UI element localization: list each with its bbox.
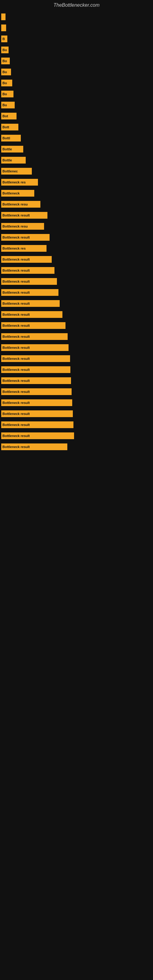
result-bar: Bottleneck result bbox=[1, 212, 48, 219]
result-bar: Bo bbox=[1, 80, 12, 86]
bar-row: Bottleneck result bbox=[0, 377, 153, 384]
result-bar: Bott bbox=[1, 124, 18, 130]
result-bar bbox=[1, 24, 6, 31]
bar-row: Bottleneck result bbox=[0, 344, 153, 351]
result-bar: Bottleneck result bbox=[1, 289, 59, 296]
bar-row: Bo bbox=[0, 80, 153, 86]
result-bar: Bo bbox=[1, 46, 9, 53]
result-bar: Bottleneck result bbox=[1, 234, 49, 241]
bar-row: Bottl bbox=[0, 135, 153, 142]
result-bar: Bottleneck result bbox=[1, 433, 74, 439]
result-bar: Bottle bbox=[1, 146, 23, 153]
bar-row: Bottleneck result bbox=[0, 399, 153, 406]
site-title: TheBottlenecker.com bbox=[0, 0, 153, 10]
result-bar: Bottleneck result bbox=[1, 256, 52, 263]
result-bar: Bottleneck result bbox=[1, 410, 73, 417]
result-bar: Bottleneck result bbox=[1, 388, 72, 395]
bar-row: Bottle bbox=[0, 157, 153, 164]
result-bar: Bo bbox=[1, 91, 13, 97]
result-bar: Bottlenec bbox=[1, 168, 32, 175]
result-bar: Bottle bbox=[1, 157, 26, 164]
result-bar: B bbox=[1, 35, 7, 42]
bar-row: Bottleneck result bbox=[0, 355, 153, 362]
result-bar: Bottleneck result bbox=[1, 355, 70, 362]
bar-row: Bottlenec bbox=[0, 168, 153, 175]
result-bar: Bottleneck result bbox=[1, 444, 67, 450]
result-bar: Bo bbox=[1, 57, 10, 64]
result-bar: Bottleneck result bbox=[1, 322, 65, 329]
bar-row: Bottleneck result bbox=[0, 234, 153, 241]
result-bar: Bottleneck result bbox=[1, 333, 68, 340]
result-bar: Bottleneck result bbox=[1, 344, 69, 351]
result-bar: Bot bbox=[1, 113, 16, 119]
result-bar: Bottleneck result bbox=[1, 399, 72, 406]
bar-row: Bottleneck res bbox=[0, 179, 153, 186]
bar-row: Bottleneck result bbox=[0, 333, 153, 340]
result-bar: Bottleneck result bbox=[1, 366, 70, 373]
result-bar bbox=[1, 13, 5, 20]
bar-row: Bottleneck result bbox=[0, 366, 153, 373]
bar-row: Bottleneck result bbox=[0, 422, 153, 428]
result-bar: Bottleneck res bbox=[1, 245, 46, 252]
result-bar: Bottleneck result bbox=[1, 377, 71, 384]
bar-row: Bo bbox=[0, 68, 153, 75]
result-bar: Bottleneck resu bbox=[1, 223, 44, 230]
bar-row: Bottleneck result bbox=[0, 322, 153, 329]
bar-row: Bottleneck resu bbox=[0, 201, 153, 208]
bar-row: Bottleneck res bbox=[0, 245, 153, 252]
bar-row: Bot bbox=[0, 113, 153, 119]
bar-row: Bo bbox=[0, 102, 153, 108]
bar-row: Bottleneck result bbox=[0, 267, 153, 274]
bar-row bbox=[0, 13, 153, 20]
bar-row bbox=[0, 24, 153, 31]
result-bar: Bottleneck result bbox=[1, 267, 54, 274]
result-bar: Bo bbox=[1, 102, 15, 108]
bar-row: Bottleneck result bbox=[0, 289, 153, 296]
result-bar: Bottleneck resu bbox=[1, 201, 40, 208]
bar-row: Bottleneck result bbox=[0, 388, 153, 395]
bars-container: BBoBoBoBoBoBoBotBottBottlBottleBottleBot… bbox=[0, 10, 153, 458]
bar-row: Bottle bbox=[0, 146, 153, 153]
result-bar: Bottleneck result bbox=[1, 311, 62, 318]
bar-row: Bottleneck resu bbox=[0, 223, 153, 230]
result-bar: Bottl bbox=[1, 135, 21, 142]
result-bar: Bottleneck result bbox=[1, 422, 73, 428]
bar-row: Bottleneck result bbox=[0, 278, 153, 285]
result-bar: Bottleneck bbox=[1, 190, 34, 197]
bar-row: Bo bbox=[0, 57, 153, 64]
bar-row: Bottleneck result bbox=[0, 212, 153, 219]
result-bar: Bottleneck result bbox=[1, 278, 57, 285]
result-bar: Bottleneck result bbox=[1, 300, 60, 307]
bar-row: Bottleneck result bbox=[0, 410, 153, 417]
bar-row: Bott bbox=[0, 124, 153, 130]
bar-row: Bo bbox=[0, 46, 153, 53]
result-bar: Bottleneck res bbox=[1, 179, 38, 186]
bar-row: Bo bbox=[0, 91, 153, 97]
bar-row: Bottleneck result bbox=[0, 444, 153, 450]
bar-row: Bottleneck result bbox=[0, 300, 153, 307]
result-bar: Bo bbox=[1, 68, 11, 75]
bar-row: Bottleneck result bbox=[0, 311, 153, 318]
bar-row: Bottleneck bbox=[0, 190, 153, 197]
bar-row: Bottleneck result bbox=[0, 433, 153, 439]
bar-row: Bottleneck result bbox=[0, 256, 153, 263]
bar-row: B bbox=[0, 35, 153, 42]
